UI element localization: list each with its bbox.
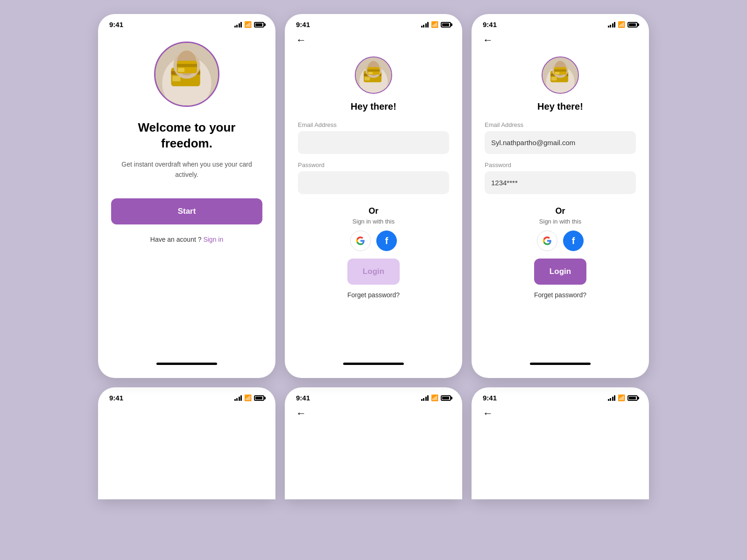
svg-rect-14	[365, 77, 370, 81]
email-input-2[interactable]	[298, 131, 449, 154]
phone-bottom-1: 9:41 📶	[98, 387, 275, 499]
status-bar-b2: 9:41 📶	[285, 387, 462, 406]
svg-rect-4	[172, 76, 180, 81]
home-indicator-1	[156, 363, 217, 365]
password-input-3[interactable]	[485, 171, 636, 194]
svg-rect-19	[368, 72, 373, 74]
social-buttons-3: f	[537, 231, 584, 251]
or-text-2: Or	[368, 206, 378, 216]
login-empty-content: Hey there! Email Address Password Or Sig…	[285, 52, 462, 363]
wifi-icon-3: 📶	[618, 21, 625, 28]
welcome-content: Welcome to your freedom. Get instant ove…	[98, 32, 275, 363]
email-label-2: Email Address	[298, 121, 449, 128]
battery-icon-b2	[441, 395, 451, 401]
wifi-icon-b2: 📶	[431, 394, 438, 401]
status-time-3: 9:41	[483, 21, 497, 28]
avatar-login-filled	[542, 56, 579, 94]
status-time-b3: 9:41	[483, 394, 497, 402]
signal-icon-3	[608, 22, 616, 28]
home-indicator-3	[530, 363, 591, 365]
status-time-b2: 9:41	[296, 394, 310, 402]
back-button-b3[interactable]: ←	[472, 406, 649, 425]
home-indicator-2	[343, 363, 404, 365]
svg-rect-24	[551, 77, 557, 81]
phone-login-filled: 9:41 📶 ←	[472, 14, 649, 378]
facebook-button-2[interactable]: f	[376, 231, 397, 251]
wifi-icon-b3: 📶	[618, 394, 625, 401]
battery-icon-2	[441, 22, 451, 28]
avatar-welcome	[154, 42, 219, 107]
or-section-3: Or Sign in with this f Login Forget pass	[534, 206, 586, 299]
phone-bottom-3: 9:41 📶 ←	[472, 387, 649, 499]
svg-rect-8	[177, 64, 197, 67]
battery-icon-b3	[627, 395, 638, 401]
forget-password-2[interactable]: Forget password?	[347, 291, 400, 299]
welcome-subtitle: Get instant overdraft when you use your …	[111, 159, 262, 180]
status-bar-3: 9:41 📶	[472, 14, 649, 32]
sign-in-with-2: Sign in with this	[352, 218, 395, 225]
password-input-2[interactable]	[298, 171, 449, 194]
phone-bottom-2: 9:41 📶 ←	[285, 387, 462, 499]
status-bar-1: 9:41 📶	[98, 14, 275, 32]
battery-icon-b1	[254, 395, 264, 401]
status-icons-1: 📶	[234, 21, 265, 28]
status-time-1: 9:41	[109, 21, 123, 28]
social-buttons-2: f	[350, 231, 397, 251]
email-input-3[interactable]	[485, 131, 636, 154]
svg-rect-28	[554, 70, 567, 72]
forget-password-3[interactable]: Forget password?	[534, 291, 586, 299]
signal-icon-b3	[608, 395, 616, 401]
signal-icon-b2	[421, 395, 429, 401]
status-bar-b1: 9:41 📶	[98, 387, 275, 406]
password-label-2: Password	[298, 161, 449, 168]
signal-icon-2	[421, 22, 429, 28]
status-icons-b1: 📶	[234, 394, 265, 401]
bottom-phones-row: 9:41 📶 9:41 📶 ← 9:41	[14, 387, 733, 499]
svg-rect-29	[555, 72, 560, 74]
login-form-empty: Email Address Password	[298, 121, 449, 202]
login-form-filled: Email Address Password	[485, 121, 636, 202]
login-filled-content: Hey there! Email Address Password Or Sig…	[472, 52, 649, 363]
top-phones-row: 9:41 📶	[14, 14, 733, 378]
battery-icon-3	[627, 22, 638, 28]
wifi-icon-1: 📶	[244, 21, 252, 28]
sign-in-with-3: Sign in with this	[539, 218, 581, 225]
status-icons-2: 📶	[421, 21, 451, 28]
google-button-2[interactable]	[350, 231, 371, 251]
svg-rect-9	[178, 68, 184, 72]
welcome-title: Welcome to your freedom.	[111, 120, 262, 152]
wifi-icon-2: 📶	[431, 21, 438, 28]
wifi-icon-b1: 📶	[244, 394, 252, 401]
status-icons-b2: 📶	[421, 394, 451, 401]
status-icons-3: 📶	[608, 21, 638, 28]
phone-welcome: 9:41 📶	[98, 14, 275, 378]
google-button-3[interactable]	[537, 231, 557, 251]
status-time-2: 9:41	[296, 21, 310, 28]
back-button-b2[interactable]: ←	[285, 406, 462, 425]
or-text-3: Or	[555, 206, 565, 216]
phone-login-empty: 9:41 📶 ←	[285, 14, 462, 378]
status-bar-b3: 9:41 📶	[472, 387, 649, 406]
have-account-text: Have an acount ? Sign in	[150, 236, 223, 243]
signin-link[interactable]: Sign in	[203, 236, 223, 243]
greeting-3: Hey there!	[537, 101, 583, 112]
login-button-2[interactable]: Login	[347, 259, 400, 285]
signal-icon-b1	[234, 395, 242, 401]
back-button-2[interactable]: ←	[285, 32, 462, 52]
status-icons-b3: 📶	[608, 394, 638, 401]
facebook-button-3[interactable]: f	[563, 231, 584, 251]
svg-rect-18	[367, 70, 380, 72]
avatar-login-empty	[355, 56, 392, 94]
password-label-3: Password	[485, 161, 636, 168]
start-button[interactable]: Start	[111, 198, 262, 224]
or-section-2: Or Sign in with this f Login Forget pass	[347, 206, 400, 299]
battery-icon-1	[254, 22, 264, 28]
login-button-3[interactable]: Login	[534, 259, 586, 285]
back-button-3[interactable]: ←	[472, 32, 649, 52]
signal-icon-1	[234, 22, 242, 28]
status-time-b1: 9:41	[109, 394, 123, 402]
greeting-2: Hey there!	[351, 101, 396, 112]
email-label-3: Email Address	[485, 121, 636, 128]
status-bar-2: 9:41 📶	[285, 14, 462, 32]
